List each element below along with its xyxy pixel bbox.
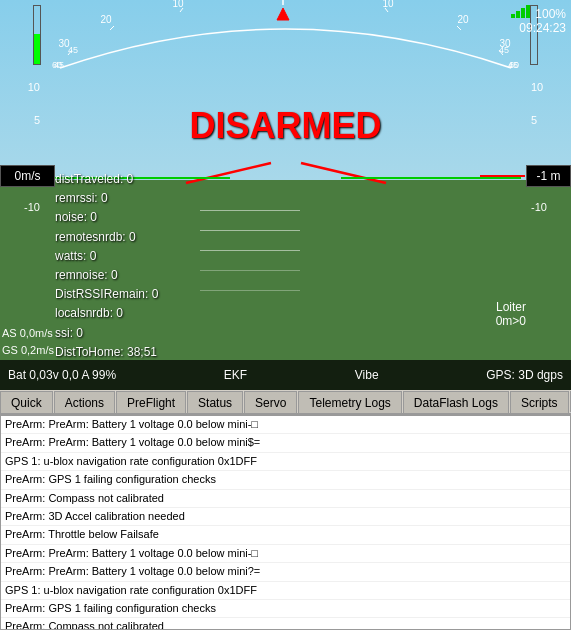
left-scale: 10 5 -5 -10	[0, 82, 43, 213]
flight-display: 30 20 10 0 10 20 30 45 45	[0, 0, 571, 390]
bottom-info-bar: Bat 0,03v 0,0 A 99% EKF Vibe GPS: 3D dgp…	[0, 360, 571, 390]
top-right-status: 100% 09:24:23	[511, 5, 566, 35]
right-scale-10: 10	[531, 82, 571, 115]
svg-line-17	[186, 163, 271, 183]
svg-marker-8	[277, 8, 289, 20]
message-line: PreArm: PreArm: Battery 1 voltage 0.0 be…	[1, 434, 570, 452]
dist-rssi-remain: DistRSSIRemain: 0	[55, 285, 158, 304]
speed-indicator: 0m/s	[0, 165, 55, 187]
noise: noise: 0	[55, 208, 158, 227]
watts: watts: 0	[55, 247, 158, 266]
dist-to-home: DistToHome: 38;51	[55, 343, 158, 362]
pitch-line-2	[200, 230, 300, 231]
message-line: GPS 1: u-blox navigation rate configurat…	[1, 582, 570, 600]
compass-label-45-left: 45	[68, 45, 78, 55]
svg-line-2	[110, 26, 114, 30]
signal-bar-3	[521, 8, 525, 18]
signal-bar-1	[511, 14, 515, 18]
svg-line-11	[457, 26, 461, 30]
gs-label: GS 0,2m/s	[2, 342, 54, 359]
pitch-line-1	[200, 210, 300, 211]
compass-label-60-right: 60	[509, 60, 519, 70]
signal-bar-2	[516, 11, 520, 18]
compass-label-60-left: 60	[52, 60, 62, 70]
compass-arc: 30 20 10 0 10 20 30 45 45	[50, 0, 521, 70]
pitch-line-3	[200, 250, 300, 251]
left-scale-neg10: -10	[0, 202, 40, 213]
tab-actions[interactable]: Actions	[54, 391, 115, 413]
svg-line-18	[301, 163, 386, 183]
messages-panel[interactable]: PreArm: PreArm: Battery 1 voltage 0.0 be…	[0, 415, 571, 630]
ssi: ssi: 0	[55, 324, 158, 343]
right-scale-5: 5	[531, 115, 571, 146]
svg-text:20: 20	[100, 14, 112, 25]
gps-status: GPS: 3D dgps	[486, 368, 563, 382]
signal-bars-icon	[511, 5, 530, 18]
loiter-info: Loiter 0m>0	[496, 300, 526, 328]
clock-time: 09:24:23	[511, 21, 566, 35]
left-scale-10: 10	[0, 82, 40, 115]
message-line: PreArm: PreArm: Battery 1 voltage 0.0 be…	[1, 545, 570, 563]
remnoise: remnoise: 0	[55, 266, 158, 285]
disarmed-status: DISARMED	[189, 105, 381, 147]
svg-text:20: 20	[457, 14, 469, 25]
compass-label-45-right: 45	[499, 45, 509, 55]
altitude-indicator: -1 m	[526, 165, 571, 187]
loiter-dist: 0m>0	[496, 314, 526, 328]
message-line: PreArm: 3D Accel calibration needed	[1, 508, 570, 526]
tabs-bar: QuickActionsPreFlightStatusServoTelemetr…	[0, 390, 571, 415]
message-line: PreArm: PreArm: Battery 1 voltage 0.0 be…	[1, 416, 570, 434]
left-scale-5: 5	[0, 115, 40, 146]
ekf-status: EKF	[224, 368, 247, 382]
throttle-bar-left	[33, 5, 41, 65]
signal-status: 100%	[511, 5, 566, 21]
as-label: AS 0,0m/s	[2, 325, 54, 342]
message-line: PreArm: PreArm: Battery 1 voltage 0.0 be…	[1, 563, 570, 581]
dist-traveled: distTraveled: 0	[55, 170, 158, 189]
message-line: PreArm: Throttle below Failsafe	[1, 526, 570, 544]
tab-dataflash-logs[interactable]: DataFlash Logs	[403, 391, 509, 413]
tab-scripts[interactable]: Scripts	[510, 391, 569, 413]
remotesnrdb: remotesnrdb: 0	[55, 228, 158, 247]
attitude-indicator	[176, 155, 396, 185]
signal-percent: 100%	[535, 7, 566, 21]
tab-preflight[interactable]: PreFlight	[116, 391, 186, 413]
message-line: PreArm: GPS 1 failing configuration chec…	[1, 471, 570, 489]
tab-telemetry-logs[interactable]: Telemetry Logs	[298, 391, 401, 413]
loiter-label: Loiter	[496, 300, 526, 314]
svg-text:10: 10	[382, 0, 394, 9]
message-line: PreArm: Compass not calibrated	[1, 490, 570, 508]
signal-bar-4	[526, 5, 530, 18]
altitude-marker	[480, 175, 525, 177]
localsnrdb: localsnrdb: 0	[55, 304, 158, 323]
pitch-line-4	[200, 270, 300, 271]
right-scale-neg10: -10	[531, 202, 571, 213]
message-line: PreArm: GPS 1 failing configuration chec…	[1, 600, 570, 618]
right-scale: 10 5 -5 -10	[528, 82, 571, 213]
throttle-fill-left	[34, 34, 40, 64]
vibe-status: Vibe	[355, 368, 379, 382]
tab-status[interactable]: Status	[187, 391, 243, 413]
tab-quick[interactable]: Quick	[0, 391, 53, 413]
tab-servo[interactable]: Servo	[244, 391, 297, 413]
horizon-line-right	[341, 177, 521, 179]
pitch-line-5	[200, 290, 300, 291]
svg-text:10: 10	[172, 0, 184, 9]
message-line: GPS 1: u-blox navigation rate configurat…	[1, 453, 570, 471]
remrssi: remrssi: 0	[55, 189, 158, 208]
as-gs-labels: AS 0,0m/s GS 0,2m/s	[0, 325, 54, 358]
message-line: PreArm: Compass not calibrated	[1, 618, 570, 630]
telemetry-overlay: distTraveled: 0 remrssi: 0 noise: 0 remo…	[55, 170, 158, 362]
battery-status: Bat 0,03v 0,0 A 99%	[8, 368, 116, 382]
